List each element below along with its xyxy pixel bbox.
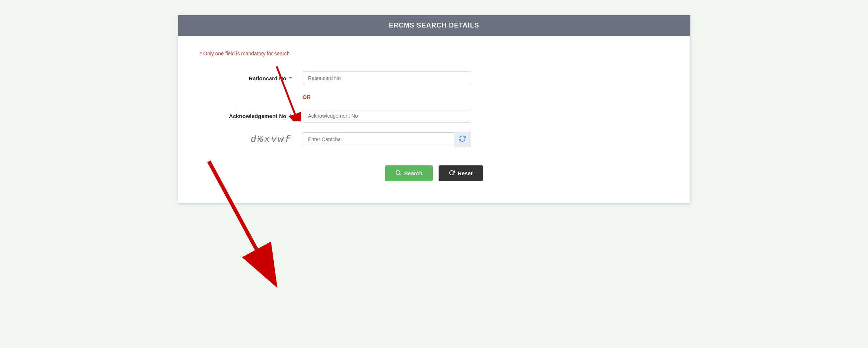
captcha-image-row: d%xvwf (200, 132, 668, 147)
mandatory-note: * Only one field is mandatory for search (200, 51, 668, 56)
rationcard-asterisk: * (289, 75, 292, 81)
panel-body: * Only one field is mandatory for search… (178, 36, 690, 203)
form-section: Rationcard No * OR Acknowledgement No * (200, 71, 668, 181)
reset-button[interactable]: Reset (439, 165, 483, 181)
rationcard-label: Rationcard No * (200, 75, 303, 81)
captcha-input[interactable] (303, 132, 454, 146)
page-title: ERCMS SEARCH DETAILS (389, 22, 479, 29)
captcha-refresh-button[interactable] (454, 132, 471, 147)
svg-line-3 (399, 174, 400, 175)
captcha-image: d%xvwf (251, 134, 292, 145)
search-button[interactable]: Search (385, 165, 433, 181)
rationcard-input[interactable] (303, 71, 471, 85)
reset-icon (449, 170, 455, 177)
reset-button-label: Reset (458, 170, 473, 176)
acknowledgement-asterisk: * (289, 113, 292, 119)
or-text: OR (303, 94, 311, 100)
or-divider: OR (200, 94, 668, 100)
search-icon (395, 170, 401, 177)
main-container: ERCMS SEARCH DETAILS * Only one field is… (178, 15, 691, 204)
captcha-image-space: d%xvwf (200, 134, 303, 145)
rationcard-row: Rationcard No * (200, 71, 668, 85)
panel-header: ERCMS SEARCH DETAILS (178, 15, 690, 36)
search-button-label: Search (404, 170, 422, 176)
refresh-icon (459, 135, 466, 144)
acknowledgement-input[interactable] (303, 109, 471, 123)
acknowledgement-row: Acknowledgement No * (200, 109, 668, 123)
acknowledgement-label: Acknowledgement No * (200, 113, 303, 119)
button-row: Search Reset (200, 165, 668, 181)
captcha-input-wrapper (303, 132, 471, 147)
